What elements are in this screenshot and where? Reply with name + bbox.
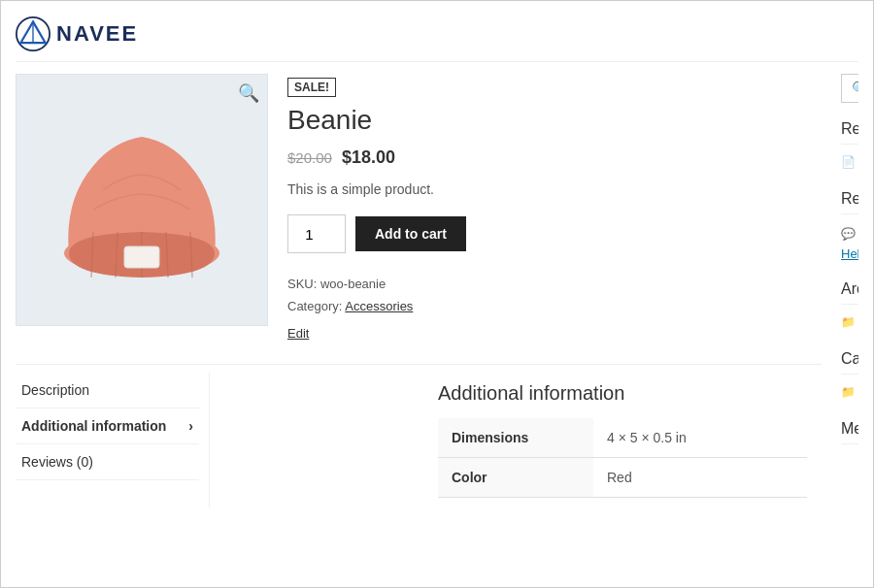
archives-section: Archives 📁 March 2017 — [841, 280, 858, 335]
archive-link[interactable]: 📁 March 2017 — [841, 314, 858, 329]
comment-entry: 💬 A WordPress Commenter on Hello world! — [841, 224, 858, 265]
tab-additional-info-label: Additional information — [21, 418, 166, 434]
product-area: 🔍 — [16, 74, 822, 577]
main-content: 🔍 — [16, 74, 858, 577]
product-title: Beanie — [287, 105, 822, 136]
product-description: This is a simple product. — [287, 181, 822, 197]
archives-title: Archives — [841, 280, 858, 305]
tab-content-area: Additional information Dimensions 4 × 5 … — [423, 373, 822, 507]
category-link[interactable]: Accessories — [345, 299, 413, 313]
table-cell-value: 4 × 5 × 0.5 in — [593, 418, 807, 458]
tabs-section: Description Additional information › Rev… — [16, 364, 822, 507]
meta-section: Meta — [841, 420, 858, 454]
table-row: Dimensions 4 × 5 × 0.5 in — [438, 418, 807, 458]
quantity-input[interactable] — [287, 214, 346, 253]
search-icon: 🔍 — [852, 81, 858, 96]
add-to-cart-row: Add to cart — [287, 214, 822, 253]
top-bar: NAVEE — [16, 11, 858, 62]
search-box[interactable]: 🔍 — [841, 74, 858, 103]
logo-icon — [16, 16, 50, 51]
folder-icon-cat: 📁 — [841, 385, 856, 399]
price-new: $18.00 — [342, 147, 395, 168]
categories-title: Categories — [841, 350, 858, 375]
tabs-wrapper: Description Additional information › Rev… — [16, 373, 822, 507]
logo-text: NAVEE — [56, 21, 138, 47]
recent-comments-title: Recent Comments — [841, 190, 858, 214]
recent-posts-title: Recent Posts — [841, 120, 858, 145]
add-to-cart-button[interactable]: Add to cart — [355, 216, 466, 251]
product-details: SALE! Beanie $20.00 $18.00 This is a sim… — [287, 74, 822, 344]
tab-reviews-label: Reviews (0) — [21, 454, 93, 470]
logo-area: NAVEE — [16, 16, 138, 51]
product-image-svg — [54, 103, 229, 297]
tab-description-label: Description — [21, 382, 89, 398]
table-row: Color Red — [438, 458, 807, 498]
edit-link[interactable]: Edit — [287, 322, 822, 344]
sku-row: SKU: woo-beanie — [287, 273, 822, 295]
comment-icon: 💬 — [841, 227, 856, 241]
product-image-box: 🔍 — [16, 74, 268, 326]
category-sidebar-link[interactable]: 📁 Uncategorized — [841, 384, 858, 399]
table-cell-value: Red — [593, 458, 807, 498]
table-cell-key: Dimensions — [438, 418, 593, 458]
info-table: Dimensions 4 × 5 × 0.5 in Color Red — [438, 418, 807, 498]
sku-value: woo-beanie — [320, 277, 386, 291]
svg-rect-10 — [124, 246, 159, 268]
sale-badge: SALE! — [287, 78, 336, 97]
price-old: $20.00 — [287, 149, 332, 166]
tab-section-title: Additional information — [438, 382, 807, 405]
zoom-icon[interactable]: 🔍 — [238, 82, 259, 104]
document-icon: 📄 — [841, 155, 856, 169]
recent-posts-section: Recent Posts 📄 Hello world! — [841, 120, 858, 175]
folder-icon: 📁 — [841, 315, 856, 329]
tab-additional-info[interactable]: Additional information › — [16, 408, 199, 444]
price-row: $20.00 $18.00 — [287, 147, 822, 168]
sidebar: 🔍 Recent Posts 📄 Hello world! Recent Com… — [841, 74, 858, 577]
comment-post-link[interactable]: Hello world! — [841, 246, 858, 261]
category-label: Category: — [287, 299, 342, 313]
recent-post-link[interactable]: 📄 Hello world! — [841, 154, 858, 169]
sku-label: SKU: — [287, 277, 317, 291]
page-wrapper: NAVEE 🔍 — [1, 1, 873, 587]
product-meta: SKU: woo-beanie Category: Accessories Ed… — [287, 273, 822, 344]
tab-reviews[interactable]: Reviews (0) — [16, 444, 199, 480]
product-top: 🔍 — [16, 74, 822, 344]
tab-description[interactable]: Description — [16, 373, 199, 408]
meta-title: Meta — [841, 420, 858, 444]
category-row: Category: Accessories — [287, 295, 822, 317]
table-cell-key: Color — [438, 458, 593, 498]
recent-comments-section: Recent Comments 💬 A WordPress Commenter … — [841, 190, 858, 265]
tab-arrow-icon: › — [188, 418, 193, 434]
categories-section: Categories 📁 Uncategorized — [841, 350, 858, 405]
tabs-nav: Description Additional information › Rev… — [16, 373, 210, 507]
